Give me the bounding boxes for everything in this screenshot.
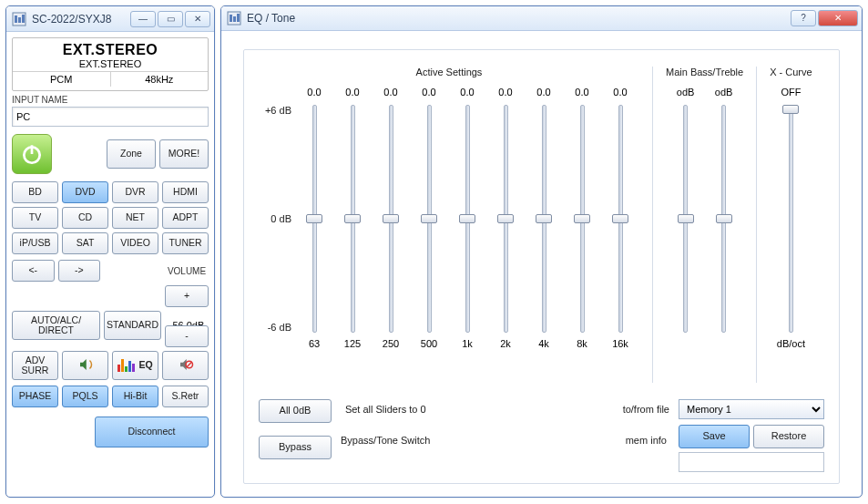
band-500-slider[interactable] bbox=[421, 105, 437, 333]
band-2k-value: 0.0 bbox=[498, 87, 512, 105]
toggle-hibit[interactable]: Hi-Bit bbox=[112, 386, 158, 407]
band-63-value: 0.0 bbox=[307, 87, 321, 105]
svg-rect-2 bbox=[18, 17, 21, 23]
band-4k-slider[interactable] bbox=[536, 105, 552, 333]
source-bd[interactable]: BD bbox=[12, 181, 58, 203]
xcurve-cell: OFFdB/oct bbox=[771, 87, 810, 356]
speaker-disable-button[interactable] bbox=[162, 351, 209, 380]
power-button[interactable] bbox=[12, 134, 52, 174]
zone-button[interactable]: Zone bbox=[107, 139, 156, 169]
band-2k-slider[interactable] bbox=[497, 105, 514, 333]
toggle-pqls[interactable]: PQLS bbox=[62, 386, 108, 407]
eq-close-button[interactable]: ✕ bbox=[818, 10, 858, 26]
source-tv[interactable]: TV bbox=[12, 207, 58, 229]
band-4k-value: 0.0 bbox=[536, 87, 550, 105]
treble-cell: odB bbox=[705, 87, 743, 356]
eq-button[interactable]: EQ bbox=[112, 351, 158, 380]
xcurve-slider[interactable] bbox=[782, 105, 799, 333]
all-0db-button[interactable]: All 0dB bbox=[259, 399, 332, 423]
close-button[interactable]: ✕ bbox=[185, 11, 210, 27]
save-button[interactable]: Save bbox=[679, 425, 750, 448]
xcurve-heading: X - Curve bbox=[770, 67, 812, 79]
meminfo-input[interactable] bbox=[679, 452, 824, 472]
maximize-button[interactable]: ▭ bbox=[158, 11, 183, 27]
separator bbox=[652, 67, 653, 383]
status-banner: EXT.STEREO EXT.STEREO PCM 48kHz bbox=[12, 37, 209, 91]
bass-treble-group: Main Bass/Treble odBodB bbox=[666, 67, 743, 375]
band-250-slider[interactable] bbox=[383, 105, 399, 333]
band-16k-slider[interactable] bbox=[612, 105, 628, 333]
standard-button[interactable]: STANDARD bbox=[104, 311, 161, 340]
eq-tone-window: EQ / Tone ? ✕ Active Settings +6 dB 0 dB bbox=[220, 5, 863, 498]
source-dvd[interactable]: DVD bbox=[62, 181, 108, 203]
source-tuner[interactable]: TUNER bbox=[162, 232, 209, 254]
source-sat[interactable]: SAT bbox=[62, 232, 108, 254]
disconnect-button[interactable]: Disconnect bbox=[95, 417, 209, 447]
mode-sub: EXT.STEREO bbox=[13, 58, 208, 69]
active-settings-group: Active Settings +6 dB 0 dB -6 dB 0.0630.… bbox=[259, 67, 639, 356]
band-63-label: 63 bbox=[309, 338, 320, 356]
active-heading: Active Settings bbox=[416, 67, 483, 79]
next-button[interactable]: -> bbox=[58, 260, 101, 282]
band-500-label: 500 bbox=[421, 338, 437, 356]
band-1k-slider[interactable] bbox=[459, 105, 475, 333]
volume-down-button[interactable]: - bbox=[165, 325, 209, 347]
band-8k-value: 0.0 bbox=[575, 87, 588, 105]
app-icon bbox=[227, 11, 241, 26]
band-8k-slider[interactable] bbox=[574, 105, 590, 333]
mode-big: EXT.STEREO bbox=[13, 42, 208, 58]
source-video[interactable]: VIDEO bbox=[112, 232, 158, 254]
titlebar: SC-2022/SYXJ8 — ▭ ✕ bbox=[6, 6, 214, 32]
separator bbox=[756, 67, 757, 383]
memory-select[interactable]: Memory 1 bbox=[679, 399, 824, 419]
band-2k-label: 2k bbox=[500, 338, 511, 356]
speaker-off-icon bbox=[178, 356, 194, 375]
source-cd[interactable]: CD bbox=[62, 207, 108, 229]
band-4k-cell: 0.04k bbox=[525, 87, 563, 356]
band-63-slider[interactable] bbox=[306, 105, 322, 333]
minimize-button[interactable]: — bbox=[130, 11, 156, 27]
band-16k-label: 16k bbox=[612, 338, 628, 356]
bass-slider[interactable] bbox=[678, 105, 694, 333]
band-8k-cell: 0.08k bbox=[563, 87, 601, 356]
source-net[interactable]: NET bbox=[112, 207, 158, 229]
band-125-slider[interactable] bbox=[344, 105, 361, 333]
bass-value: odB bbox=[677, 87, 695, 105]
band-16k-value: 0.0 bbox=[613, 87, 627, 105]
eq-window-title: EQ / Tone bbox=[247, 12, 789, 25]
input-name-field[interactable] bbox=[12, 107, 209, 127]
source-ipusb[interactable]: iP/USB bbox=[12, 232, 58, 254]
eq-icon bbox=[117, 359, 135, 372]
eq-titlebar: EQ / Tone ? ✕ bbox=[221, 6, 862, 31]
band-63-cell: 0.063 bbox=[295, 87, 333, 356]
toggle-sretr[interactable]: S.Retr bbox=[162, 386, 209, 407]
volume-up-button[interactable]: + bbox=[165, 285, 209, 307]
auto-alc-direct-button[interactable]: AUTO/ALC/ DIRECT bbox=[12, 311, 100, 340]
band-1k-cell: 0.01k bbox=[448, 87, 486, 356]
more-button[interactable]: MORE! bbox=[159, 139, 209, 169]
help-button[interactable]: ? bbox=[791, 10, 816, 26]
input-name-label: INPUT NAME bbox=[12, 95, 209, 105]
source-adpt[interactable]: ADPT bbox=[162, 207, 209, 229]
band-250-cell: 0.0250 bbox=[372, 87, 410, 356]
treble-slider[interactable] bbox=[716, 105, 732, 333]
volume-label: VOLUME bbox=[165, 266, 209, 276]
xcurve-label: dB/oct bbox=[777, 338, 805, 356]
prev-button[interactable]: <- bbox=[12, 260, 55, 282]
band-125-label: 125 bbox=[344, 338, 361, 356]
toggle-phase[interactable]: PHASE bbox=[12, 386, 58, 407]
band-16k-cell: 0.016k bbox=[601, 87, 639, 356]
source-grid: BDDVDDVRHDMITVCDNETADPTiP/USBSATVIDEOTUN… bbox=[12, 181, 209, 254]
bottom-toggle-row: PHASEPQLSHi-BitS.Retr bbox=[12, 386, 209, 407]
source-hdmi[interactable]: HDMI bbox=[162, 181, 209, 203]
svg-rect-10 bbox=[233, 16, 236, 22]
speaker-cycle-button[interactable] bbox=[62, 351, 108, 380]
db-scale: +6 dB 0 dB -6 dB bbox=[259, 105, 295, 333]
restore-button[interactable]: Restore bbox=[753, 425, 824, 448]
bypass-button[interactable]: Bypass bbox=[259, 436, 332, 459]
treble-value: odB bbox=[715, 87, 733, 105]
adv-surr-button[interactable]: ADV SURR bbox=[12, 351, 58, 380]
band-1k-label: 1k bbox=[462, 338, 473, 356]
source-dvr[interactable]: DVR bbox=[112, 181, 158, 203]
band-1k-value: 0.0 bbox=[460, 87, 474, 105]
